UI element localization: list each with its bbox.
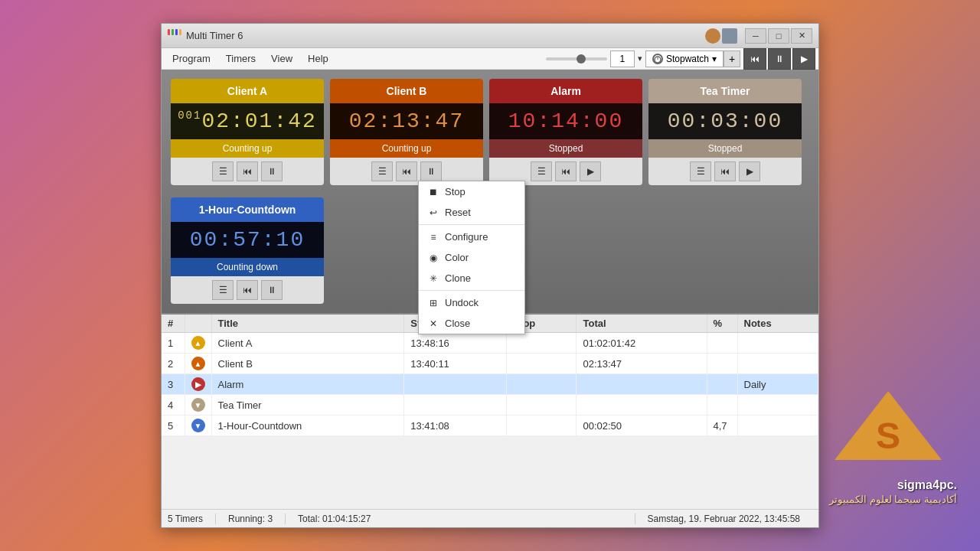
context-menu-stop[interactable]: ⏹ Stop [419, 181, 524, 202]
context-menu-clone[interactable]: ✳ Clone [419, 268, 524, 289]
timer-client-b-pause-button[interactable]: ⏸ [420, 161, 442, 181]
stop-icon: ⏹ [428, 187, 439, 197]
timer-tea-timer-title: Tea Timer [648, 79, 802, 103]
main-window: Multi Timer 6 ─ □ ✕ Program Timers View … [161, 23, 819, 528]
cell-total: 00:02:50 [577, 416, 707, 436]
volume-slider[interactable] [546, 57, 607, 60]
timer-alarm: Alarm 10:14:00 Stopped ☰ ⏮ ▶ [489, 79, 642, 185]
pause-all-button[interactable]: ⏸ [768, 48, 791, 70]
timer-tea-timer-menu-button[interactable]: ☰ [690, 161, 711, 181]
cell-total: 01:02:01:42 [577, 333, 707, 354]
cell-stop [507, 416, 577, 436]
timer-tea-timer: Tea Timer 00:03:00 Stopped ☰ ⏮ ▶ [648, 79, 802, 185]
timer-1-hour-countdown-reset-button[interactable]: ⏮ [237, 280, 258, 300]
context-menu: ⏹ Stop ↩ Reset ≡ Configure ◉ Color ✳ Clo… [418, 181, 525, 334]
stopwatch-selector[interactable]: Stopwatch ▾ [645, 51, 724, 67]
menu-timers[interactable]: Timers [218, 50, 263, 67]
timer-client-b-reset-button[interactable]: ⏮ [396, 161, 417, 181]
minimize-button[interactable]: ─ [745, 28, 766, 44]
menu-help[interactable]: Help [300, 50, 336, 67]
playback-controls: ⏮ ⏸ ▶ [743, 48, 815, 70]
cell-icon: ▲ [185, 333, 211, 354]
context-menu-undock-label: Undock [445, 297, 479, 308]
skip-back-button[interactable]: ⏮ [743, 48, 766, 70]
number-dropdown-arrow[interactable]: ▾ [638, 54, 642, 64]
table-row[interactable]: 5 ▼ 1-Hour-Countdown 13:41:08 00:02:50 4… [162, 416, 818, 436]
cell-pct: 4,7 [707, 416, 737, 436]
cell-notes [737, 333, 818, 354]
col-header-pct[interactable]: % [707, 315, 737, 333]
context-menu-separator-2 [419, 290, 524, 291]
add-timer-button[interactable]: + [724, 51, 740, 67]
context-menu-configure-label: Configure [445, 231, 488, 243]
slider-thumb[interactable] [577, 54, 586, 64]
close-button[interactable]: ✕ [791, 28, 812, 44]
status-bar: 5 Timers Running: 3 Total: 01:04:15:27 S… [162, 509, 818, 527]
cell-pct [707, 354, 737, 374]
cell-title: Tea Timer [211, 395, 404, 416]
color-icon: ◉ [428, 253, 439, 263]
context-menu-reset-label: Reset [445, 207, 471, 218]
context-menu-reset[interactable]: ↩ Reset [419, 202, 524, 223]
col-header-icon [185, 315, 211, 333]
timer-alarm-menu-button[interactable]: ☰ [531, 161, 552, 181]
col-header-title[interactable]: Title [211, 315, 404, 333]
table-row[interactable]: 1 ▲ Client A 13:48:16 01:02:01:42 [162, 333, 818, 354]
timer-client-a-pause-button[interactable]: ⏸ [261, 161, 283, 181]
menu-view[interactable]: View [263, 50, 300, 67]
cell-title: Alarm [211, 374, 404, 395]
timer-tea-timer-display: 00:03:00 [648, 103, 802, 139]
timer-tea-timer-reset-button[interactable]: ⏮ [714, 161, 736, 181]
number-selector[interactable]: 1 [610, 51, 635, 67]
col-header-total[interactable]: Total [577, 315, 707, 333]
reset-icon: ↩ [428, 207, 439, 218]
timer-alarm-reset-button[interactable]: ⏮ [555, 161, 577, 181]
stopwatch-dropdown-arrow[interactable]: ▾ [712, 54, 717, 64]
svg-text:S: S [876, 416, 900, 456]
timer-client-a-prefix: 001 [178, 109, 201, 122]
cell-num: 1 [162, 333, 185, 354]
timer-client-b-menu-button[interactable]: ☰ [371, 161, 393, 181]
timer-alarm-title: Alarm [489, 79, 642, 103]
cell-stop [507, 333, 577, 354]
sys-tray [705, 28, 739, 44]
col-header-notes[interactable]: Notes [737, 315, 818, 333]
timer-area: Client A 00102:01:42 Counting up ☰ ⏮ ⏸ C… [162, 70, 818, 313]
cell-num: 4 [162, 395, 185, 416]
cell-total [577, 395, 707, 416]
table-row[interactable]: 3 ▶ Alarm Daily [162, 374, 818, 395]
cell-num: 3 [162, 374, 185, 395]
timer-1-hour-countdown-pause-button[interactable]: ⏸ [261, 280, 283, 300]
play-all-button[interactable]: ▶ [792, 48, 815, 70]
table-row[interactable]: 4 ▼ Tea Timer [162, 395, 818, 416]
context-menu-separator-1 [419, 224, 524, 225]
cell-start: 13:48:16 [404, 333, 507, 354]
context-menu-configure[interactable]: ≡ Configure [419, 227, 524, 247]
timer-client-a-menu-button[interactable]: ☰ [212, 161, 234, 181]
cell-pct [707, 374, 737, 395]
table-row[interactable]: 2 ▲ Client B 13:40:11 02:13:47 [162, 354, 818, 374]
context-menu-close[interactable]: ✕ Close [419, 313, 524, 334]
window-controls: ─ □ ✕ [745, 28, 812, 44]
timer-tea-timer-play-button[interactable]: ▶ [739, 161, 760, 181]
timer-client-a-reset-button[interactable]: ⏮ [237, 161, 258, 181]
status-running: Running: 3 [215, 514, 285, 524]
cell-notes [737, 416, 818, 436]
status-timers-count: 5 Timers [168, 514, 215, 524]
menu-program[interactable]: Program [165, 50, 218, 67]
menu-bar: Program Timers View Help 1 ▾ Stopwatch ▾… [162, 48, 818, 70]
cell-start: 13:40:11 [404, 354, 507, 374]
timer-1-hour-countdown-menu-button[interactable]: ☰ [212, 280, 234, 300]
cell-num: 2 [162, 354, 185, 374]
context-menu-undock[interactable]: ⊞ Undock [419, 292, 524, 313]
timer-1-hour-countdown-display: 00:57:10 [171, 222, 324, 258]
timer-alarm-status: Stopped [489, 139, 642, 158]
timer-alarm-play-button[interactable]: ▶ [580, 161, 601, 181]
row-icon: ▲ [191, 336, 205, 350]
context-menu-color[interactable]: ◉ Color [419, 247, 524, 268]
watermark-logo: S [819, 383, 957, 475]
cell-stop [507, 395, 577, 416]
context-menu-close-label: Close [445, 318, 470, 329]
sys-tray-icon-2 [722, 28, 737, 44]
restore-button[interactable]: □ [768, 28, 789, 44]
